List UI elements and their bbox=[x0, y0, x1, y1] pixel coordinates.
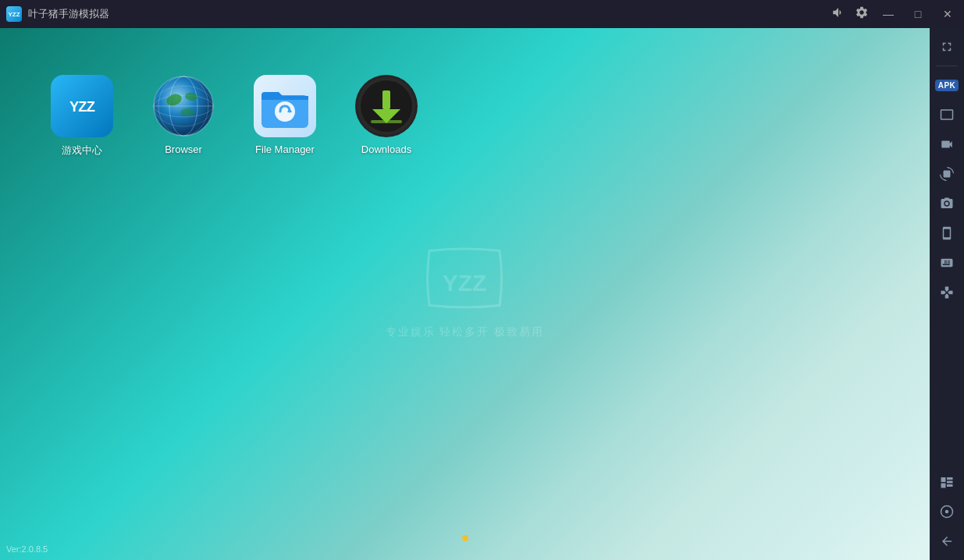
controller-button[interactable] bbox=[933, 278, 961, 307]
app-downloads[interactable]: Downloads bbox=[351, 75, 422, 155]
page-dot-active bbox=[462, 535, 468, 541]
game-center-label: 游戏中心 bbox=[62, 144, 102, 158]
multiwindow-button[interactable] bbox=[933, 468, 961, 496]
expand-button[interactable] bbox=[933, 33, 961, 61]
apk-badge: APK bbox=[935, 80, 959, 91]
video-button[interactable] bbox=[933, 130, 961, 158]
titlebar-left: YZZ 叶子猪手游模拟器 bbox=[6, 6, 109, 22]
svg-point-9 bbox=[180, 108, 194, 116]
version-text: Ver:2.0.8.5 bbox=[6, 544, 48, 554]
window-controls: — □ ✕ bbox=[831, 4, 958, 24]
svg-point-22 bbox=[945, 510, 949, 514]
sidebar-sep-1 bbox=[936, 66, 958, 66]
svg-text:YZZ: YZZ bbox=[443, 270, 487, 296]
right-sidebar: APK bbox=[930, 28, 964, 560]
file-manager-icon bbox=[254, 75, 316, 137]
phone-button[interactable] bbox=[933, 219, 961, 247]
screenshot-button[interactable] bbox=[933, 190, 961, 218]
emulator-screen: YZZ 游戏中心 bbox=[0, 28, 930, 560]
apk-button[interactable]: APK bbox=[933, 71, 961, 99]
rotate-button[interactable] bbox=[933, 160, 961, 188]
keyboard-button[interactable] bbox=[933, 249, 961, 277]
settings-icon[interactable] bbox=[855, 5, 869, 23]
maximize-button[interactable]: □ bbox=[908, 4, 928, 24]
game-center-icon: YZZ bbox=[51, 75, 113, 137]
minimize-button[interactable]: — bbox=[878, 4, 898, 24]
svg-point-12 bbox=[275, 101, 295, 122]
screen-button[interactable] bbox=[933, 101, 961, 129]
page-indicator bbox=[462, 535, 468, 541]
window-title: 叶子猪手游模拟器 bbox=[28, 7, 109, 21]
back-button[interactable] bbox=[933, 527, 961, 555]
apps-area: YZZ 游戏中心 bbox=[47, 75, 422, 158]
browser-icon bbox=[152, 75, 215, 137]
svg-point-20 bbox=[945, 202, 949, 206]
watermark: YZZ 专业娱乐 轻松多开 极致易用 bbox=[386, 239, 545, 339]
app-browser[interactable]: Browser bbox=[148, 75, 219, 155]
svg-rect-16 bbox=[382, 90, 390, 109]
watermark-tagline: 专业娱乐 轻松多开 极致易用 bbox=[386, 325, 545, 339]
main-container: YZZ 游戏中心 bbox=[0, 28, 964, 560]
volume-icon[interactable] bbox=[831, 5, 845, 23]
close-button[interactable]: ✕ bbox=[937, 4, 958, 24]
svg-text:YZZ: YZZ bbox=[69, 98, 95, 115]
app-logo: YZZ bbox=[6, 6, 22, 22]
browser-label: Browser bbox=[165, 144, 202, 155]
app-game-center[interactable]: YZZ 游戏中心 bbox=[47, 75, 117, 158]
home-button[interactable] bbox=[933, 498, 961, 526]
app-file-manager[interactable]: File Manager bbox=[250, 75, 320, 155]
file-manager-label: File Manager bbox=[255, 144, 315, 155]
svg-rect-18 bbox=[371, 120, 402, 123]
titlebar: YZZ 叶子猪手游模拟器 — □ ✕ bbox=[0, 0, 964, 28]
downloads-label: Downloads bbox=[361, 144, 411, 155]
downloads-icon bbox=[355, 75, 418, 137]
